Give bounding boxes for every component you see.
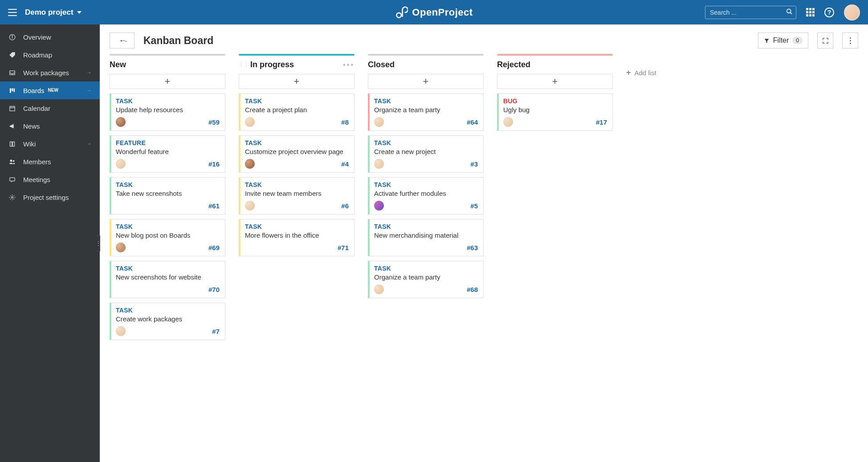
assignee-avatar[interactable] — [116, 159, 126, 169]
sidebar-item-roadmap[interactable]: Roadmap — [0, 46, 100, 64]
card[interactable]: TASKNew merchandising material#63 — [368, 219, 484, 256]
search-icon[interactable] — [786, 8, 793, 16]
card[interactable]: TASKCreate work packages#7 — [110, 303, 225, 340]
back-button[interactable]: ←⸱ — [110, 32, 134, 49]
card-id: #69 — [208, 244, 220, 251]
column-header[interactable]: ⋮⋮Closed — [368, 60, 484, 69]
sidebar-item-members[interactable]: Members — [0, 153, 100, 170]
board-toolbar: ←⸱ Kanban Board Filter 0 — [100, 24, 868, 54]
card-type: TASK — [116, 97, 220, 105]
card[interactable]: TASKCreate a project plan#8 — [239, 93, 355, 131]
apps-icon[interactable] — [806, 8, 815, 16]
sidebar-item-label: Calendar — [23, 105, 50, 112]
sidebar-item-wiki[interactable]: Wiki→ — [0, 135, 100, 153]
assignee-avatar[interactable] — [374, 117, 384, 127]
card-title: Take new screenshots — [116, 190, 220, 197]
sidebar-item-label: Boards — [23, 87, 45, 94]
menu-toggle-icon[interactable] — [8, 9, 17, 16]
card-type: TASK — [374, 139, 478, 146]
card-id: #5 — [470, 202, 478, 210]
assignee-avatar[interactable] — [503, 117, 513, 127]
sidebar-item-label: Work packages — [23, 69, 69, 77]
assignee-avatar[interactable] — [116, 326, 126, 336]
assignee-avatar[interactable] — [374, 243, 384, 252]
card-list: TASKOrganize a team party#64TASKCreate a… — [368, 93, 484, 298]
project-selector[interactable]: Demo project — [25, 8, 82, 17]
app-logo[interactable]: OpenProject — [395, 6, 473, 19]
assignee-avatar[interactable] — [245, 243, 255, 252]
svg-line-2 — [790, 12, 792, 14]
card[interactable]: TASKMore flowers in the office#71 — [239, 219, 355, 256]
assignee-avatar[interactable] — [245, 117, 255, 127]
card[interactable]: TASKCustomize project overview page#4 — [239, 135, 355, 173]
card-list: TASKUpdate help resources#59FEATUREWonde… — [110, 93, 225, 340]
card[interactable]: FEATUREWonderful feature#16 — [110, 135, 225, 173]
sidebar-item-meetings[interactable]: Meetings — [0, 170, 100, 188]
sidebar-item-work-packages[interactable]: Work packages→ — [0, 64, 100, 81]
sidebar-item-label: News — [23, 122, 40, 130]
card[interactable]: TASKCreate a new project#3 — [368, 135, 484, 173]
sidebar-item-label: Members — [23, 158, 51, 166]
card[interactable]: TASKTake new screenshots#61 — [110, 177, 225, 215]
board: ⋮⋮New+TASKUpdate help resources#59FEATUR… — [100, 54, 868, 462]
assignee-avatar[interactable] — [374, 159, 384, 169]
card-type: TASK — [374, 265, 478, 272]
filter-label: Filter — [773, 36, 789, 45]
sidebar-item-calendar[interactable]: Calendar — [0, 99, 100, 117]
card[interactable]: TASKUpdate help resources#59 — [110, 93, 225, 131]
card-list: BUGUgly bug#17 — [497, 93, 613, 131]
filter-button[interactable]: Filter 0 — [758, 32, 808, 49]
add-card-button[interactable]: + — [497, 74, 613, 89]
card-id: #71 — [338, 244, 349, 251]
help-icon[interactable]: ? — [824, 8, 834, 17]
assignee-avatar[interactable] — [116, 117, 126, 127]
card[interactable]: TASKOrganize a team party#64 — [368, 93, 484, 131]
card-type: TASK — [116, 307, 220, 314]
column-header[interactable]: ⋮⋮New — [110, 60, 225, 69]
card[interactable]: TASKActivate further modules#5 — [368, 177, 484, 215]
card[interactable]: BUGUgly bug#17 — [497, 93, 613, 131]
board-title: Kanban Board — [143, 35, 213, 47]
sidebar-item-overview[interactable]: Overview — [0, 28, 100, 46]
card[interactable]: TASKNew blog post on Boards#69 — [110, 219, 225, 256]
assignee-avatar[interactable] — [116, 284, 126, 294]
assignee-avatar[interactable] — [116, 201, 126, 211]
card-title: Create work packages — [116, 315, 220, 323]
fullscreen-button[interactable] — [817, 32, 833, 49]
card[interactable]: TASKNew screenshots for website#70 — [110, 261, 225, 298]
card-title: New blog post on Boards — [116, 231, 220, 239]
sidebar-collapse-handle[interactable] — [97, 235, 100, 251]
card-title: Create a project plan — [245, 106, 349, 113]
column-header[interactable]: ⋮⋮In progress••• — [239, 60, 355, 69]
user-avatar[interactable] — [844, 4, 860, 20]
card[interactable]: TASKInvite new team members#6 — [239, 177, 355, 215]
plus-icon: + — [626, 68, 631, 77]
svg-point-17 — [11, 196, 13, 198]
assignee-avatar[interactable] — [116, 243, 126, 252]
chevron-right-icon: → — [86, 141, 92, 147]
add-card-button[interactable]: + — [368, 74, 484, 89]
svg-rect-10 — [9, 106, 14, 111]
card-title: Customize project overview page — [245, 148, 349, 155]
column-closed: ⋮⋮Closed+TASKOrganize a team party#64TAS… — [368, 54, 484, 298]
drag-handle-icon[interactable]: ⋮⋮ — [239, 62, 249, 68]
card[interactable]: TASKOrganize a team party#68 — [368, 261, 484, 298]
sidebar-item-project-settings[interactable]: Project settings — [0, 188, 100, 206]
assignee-avatar[interactable] — [245, 201, 255, 211]
add-card-button[interactable]: + — [110, 74, 225, 89]
sidebar-item-news[interactable]: News — [0, 117, 100, 135]
assignee-avatar[interactable] — [245, 159, 255, 169]
sidebar-item-boards[interactable]: BoardsNEW→ — [0, 81, 100, 99]
column-title: Rejected — [497, 60, 530, 69]
add-list-button[interactable]: +Add list — [626, 68, 675, 77]
assignee-avatar[interactable] — [374, 284, 384, 294]
add-card-button[interactable]: + — [239, 74, 355, 89]
column-header[interactable]: ⋮⋮Rejected — [497, 60, 613, 69]
column-more-icon[interactable]: ••• — [343, 61, 355, 69]
filter-count: 0 — [792, 37, 803, 44]
more-actions-button[interactable] — [842, 32, 858, 49]
column-new: ⋮⋮New+TASKUpdate help resources#59FEATUR… — [110, 54, 225, 340]
search-box — [705, 6, 796, 19]
assignee-avatar[interactable] — [374, 201, 384, 211]
search-input[interactable] — [705, 6, 796, 19]
